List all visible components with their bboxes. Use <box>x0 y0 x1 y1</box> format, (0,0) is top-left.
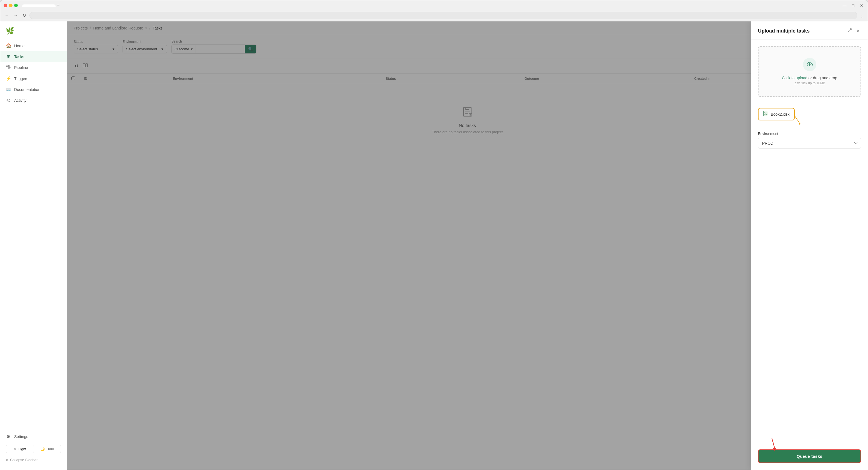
modal-body: Click to upload or drag and drop .csv,.x… <box>751 39 868 445</box>
sidebar-item-settings[interactable]: ⚙ Settings <box>6 432 61 441</box>
modal-overlay: Upload multiple tasks ✕ <box>67 22 868 470</box>
back-button[interactable]: ← <box>4 12 10 19</box>
address-bar[interactable] <box>29 12 857 19</box>
documentation-icon: 📖 <box>6 87 11 92</box>
collapse-sidebar-button[interactable]: « Collapse Sidebar <box>6 457 61 463</box>
app-logo: 🌿 <box>0 25 67 39</box>
sidebar-item-pipeline[interactable]: Pipeline <box>0 62 67 73</box>
sidebar-bottom: ⚙ Settings ☀ Light 🌙 Dark « Collapse Sid… <box>0 428 67 466</box>
triggers-icon: ⚡ <box>6 76 11 81</box>
pipeline-icon <box>6 65 11 70</box>
file-upload-area[interactable]: Click to upload or drag and drop .csv,.x… <box>758 46 861 97</box>
browser-menu-button[interactable]: ⋮ <box>859 12 864 19</box>
theme-dark-label: Dark <box>46 447 54 451</box>
upload-cloud-icon <box>803 58 816 71</box>
sidebar-item-activity[interactable]: ◎ Activity <box>0 95 67 106</box>
forward-button[interactable]: → <box>12 12 19 19</box>
theme-light-label: Light <box>18 447 26 451</box>
svg-marker-6 <box>799 123 801 125</box>
sidebar-item-label-home: Home <box>14 44 25 48</box>
environment-select[interactable]: PROD STAGING DEV <box>758 138 861 148</box>
sidebar-item-label-documentation: Documentation <box>14 87 40 92</box>
sidebar-item-label-activity: Activity <box>14 98 26 102</box>
tab-bar: + <box>22 2 839 8</box>
sun-icon: ☀ <box>13 447 17 451</box>
add-tab-button[interactable]: + <box>57 2 60 8</box>
sidebar-item-documentation[interactable]: 📖 Documentation <box>0 84 67 95</box>
sidebar-item-tasks[interactable]: ⊞ Tasks <box>0 51 67 62</box>
browser-titlebar: + — □ ✕ <box>0 0 868 10</box>
win-close-icon[interactable]: ✕ <box>859 3 864 8</box>
collapse-icon: « <box>6 458 8 462</box>
sidebar-item-label-triggers: Triggers <box>14 77 28 81</box>
modal-close-button[interactable]: ✕ <box>855 27 861 35</box>
sidebar-item-triggers[interactable]: ⚡ Triggers <box>0 73 67 84</box>
app-content: 🌿 🏠 Home ⊞ Tasks Pipeline <box>0 22 868 470</box>
upload-click-link[interactable]: Click to upload <box>782 76 807 80</box>
browser-toolbar: ← → ↻ ⋮ <box>0 10 868 22</box>
environment-section: Environment PROD STAGING DEV <box>758 131 861 148</box>
close-btn[interactable] <box>4 4 7 7</box>
sidebar-item-label-pipeline: Pipeline <box>14 65 28 70</box>
settings-icon: ⚙ <box>6 434 11 439</box>
win-minimize-icon[interactable]: — <box>842 3 848 8</box>
activity-icon: ◎ <box>6 98 11 103</box>
moon-icon: 🌙 <box>40 447 45 451</box>
maximize-btn[interactable] <box>14 4 18 7</box>
home-icon: 🏠 <box>6 43 11 49</box>
window-control-buttons: — □ ✕ <box>842 3 864 8</box>
upload-hint: .csv,.xlsx up to 10MB <box>764 81 855 85</box>
win-maximize-icon[interactable]: □ <box>851 3 856 8</box>
tasks-icon: ⊞ <box>6 54 11 59</box>
sidebar-nav: 🏠 Home ⊞ Tasks Pipeline ⚡ <box>0 39 67 428</box>
reload-button[interactable]: ↻ <box>21 12 27 19</box>
svg-line-5 <box>794 115 800 123</box>
sidebar-item-label-tasks: Tasks <box>14 55 24 59</box>
minimize-btn[interactable] <box>9 4 12 7</box>
file-chip-container: Book2.xlsx <box>758 104 861 125</box>
queue-tasks-button[interactable]: Queue tasks <box>758 449 861 463</box>
sidebar-item-home[interactable]: 🏠 Home <box>0 40 67 51</box>
browser-tab[interactable] <box>22 4 56 7</box>
window-controls <box>4 4 18 7</box>
theme-light-button[interactable]: ☀ Light <box>6 445 34 453</box>
modal-header: Upload multiple tasks ✕ <box>751 22 868 39</box>
sidebar: 🌿 🏠 Home ⊞ Tasks Pipeline <box>0 22 67 470</box>
svg-rect-4 <box>764 111 768 116</box>
settings-label: Settings <box>14 434 28 439</box>
excel-file-icon <box>763 111 769 118</box>
modal-header-actions: ✕ <box>846 27 861 35</box>
upload-or-text: or drag and drop <box>809 76 837 80</box>
theme-dark-button[interactable]: 🌙 Dark <box>34 445 61 453</box>
collapse-label: Collapse Sidebar <box>10 458 37 462</box>
annotation-arrow <box>786 114 802 125</box>
modal-footer: Queue tasks <box>751 445 868 470</box>
modal-title: Upload multiple tasks <box>758 28 810 34</box>
environment-label: Environment <box>758 131 861 136</box>
theme-toggle: ☀ Light 🌙 Dark <box>6 445 61 453</box>
modal-expand-button[interactable] <box>846 27 853 35</box>
logo-icon: 🌿 <box>6 27 14 35</box>
upload-text: Click to upload or drag and drop <box>764 76 855 80</box>
upload-modal: Upload multiple tasks ✕ <box>751 22 868 470</box>
